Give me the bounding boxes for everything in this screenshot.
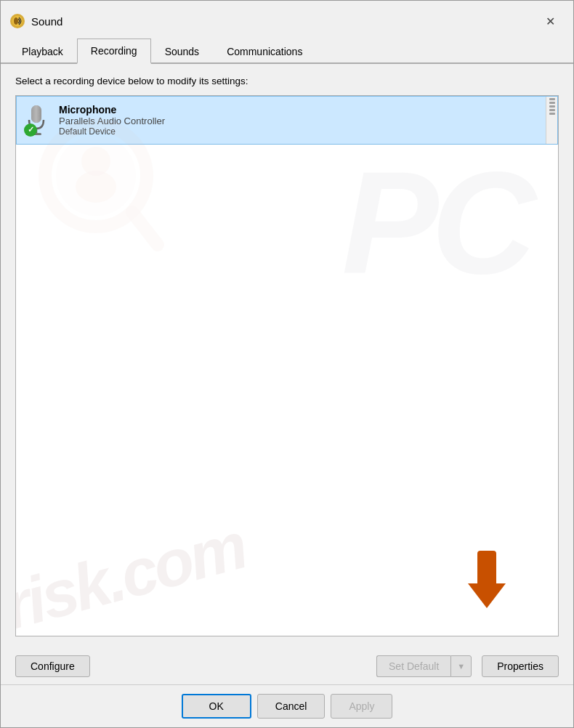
action-buttons: Configure Set Default ▼ Properties <box>1 648 573 684</box>
svg-point-2 <box>14 17 18 25</box>
set-default-dropdown-button[interactable]: ▼ <box>450 655 472 677</box>
window-title: Sound <box>31 15 62 28</box>
close-button[interactable]: ✕ <box>538 9 562 33</box>
device-list[interactable]: Microphone Parallels Audio Controller De… <box>16 96 558 636</box>
title-left: Sound <box>9 13 62 29</box>
tab-communications[interactable]: Communications <box>213 39 316 64</box>
set-default-wrap: Set Default ▼ <box>376 655 472 677</box>
tab-recording[interactable]: Recording <box>77 39 151 64</box>
watermark-pc-text: PC <box>341 139 529 307</box>
apply-button[interactable]: Apply <box>331 694 392 719</box>
svg-point-9 <box>81 147 110 176</box>
device-name: Microphone <box>59 104 165 116</box>
tab-sounds[interactable]: Sounds <box>151 39 213 64</box>
configure-button[interactable]: Configure <box>15 655 90 677</box>
sound-icon <box>9 13 25 29</box>
properties-button[interactable]: Properties <box>482 655 559 677</box>
watermark: PC risk.com <box>16 96 558 636</box>
cancel-button[interactable]: Cancel <box>257 694 326 719</box>
tab-bar: Playback Recording Sounds Communications <box>1 39 573 64</box>
svg-line-11 <box>132 212 158 245</box>
device-icon-wrap <box>25 105 52 137</box>
device-info: Microphone Parallels Audio Controller De… <box>59 104 165 137</box>
device-controller: Parallels Audio Controller <box>59 116 165 126</box>
arrow-down-indicator <box>468 551 506 608</box>
scrollbar[interactable] <box>546 97 557 144</box>
sound-dialog: Sound ✕ Playback Recording Sounds Commun… <box>0 0 574 728</box>
svg-point-10 <box>76 171 116 203</box>
default-device-badge <box>24 124 37 137</box>
svg-rect-4 <box>31 105 41 123</box>
ok-button[interactable]: OK <box>182 694 251 719</box>
tab-playback[interactable]: Playback <box>8 39 77 64</box>
device-status: Default Device <box>59 126 165 137</box>
tab-content: Select a recording device below to modif… <box>1 64 573 648</box>
set-default-button[interactable]: Set Default <box>376 655 450 677</box>
dialog-footer: OK Cancel Apply <box>1 684 573 727</box>
title-bar: Sound ✕ <box>1 1 573 39</box>
svg-point-8 <box>56 136 136 216</box>
device-item-microphone[interactable]: Microphone Parallels Audio Controller De… <box>16 96 558 145</box>
device-list-container: Microphone Parallels Audio Controller De… <box>15 95 559 636</box>
watermark-bottom-text: risk.com <box>16 509 253 636</box>
instruction-text: Select a recording device below to modif… <box>15 76 559 86</box>
